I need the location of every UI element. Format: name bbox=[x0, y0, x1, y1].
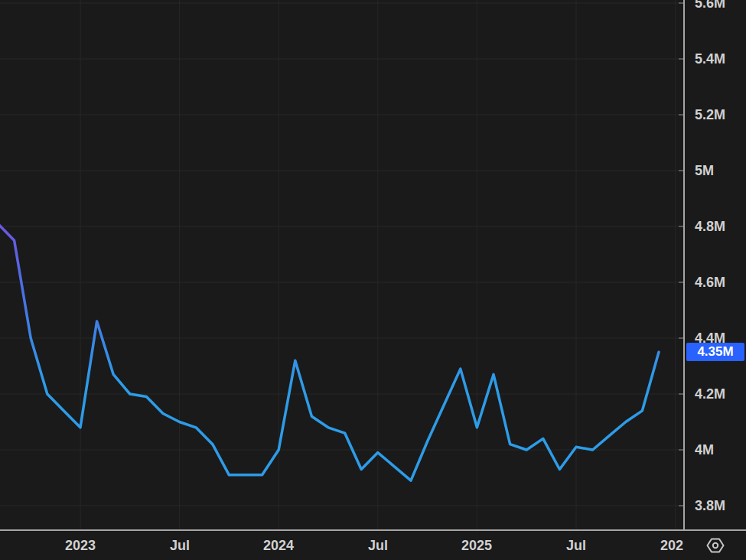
price-axis[interactable]: 5.6M5.4M5.2M5M4.8M4.6M4.4M4.2M4M3.8M4.35… bbox=[683, 0, 746, 560]
last-price-label: 4.35M bbox=[686, 343, 744, 361]
y-axis-label: 4.2M bbox=[695, 386, 725, 402]
price-chart-canvas[interactable] bbox=[0, 0, 683, 529]
x-axis-label: Jul bbox=[149, 537, 210, 554]
y-axis-label: 4M bbox=[695, 441, 714, 458]
x-axis-label: 2023 bbox=[50, 537, 111, 554]
chart-window: 5.6M5.4M5.2M5M4.8M4.6M4.4M4.2M4M3.8M4.35… bbox=[0, 0, 746, 560]
time-axis[interactable]: 2023Jul2024Jul2025Jul2026 bbox=[0, 529, 746, 560]
price-series-line bbox=[0, 223, 659, 480]
y-axis-label: 5M bbox=[695, 162, 714, 179]
x-axis-label: 2024 bbox=[248, 537, 309, 554]
y-axis-label: 5.4M bbox=[695, 50, 725, 67]
y-axis-label: 5.6M bbox=[695, 0, 725, 11]
y-axis-label: 4.8M bbox=[695, 218, 725, 235]
h-gridlines bbox=[0, 3, 683, 506]
x-axis-label: 2026 bbox=[645, 537, 683, 554]
price-line-chart bbox=[0, 0, 683, 529]
x-axis-label: 2025 bbox=[446, 537, 507, 554]
axis-corner bbox=[685, 531, 746, 560]
time-axis-labels: 2023Jul2024Jul2025Jul2026 bbox=[0, 531, 683, 560]
x-axis-label: Jul bbox=[347, 537, 409, 554]
x-axis-label: Jul bbox=[546, 537, 607, 554]
axis-settings-icon[interactable] bbox=[705, 535, 726, 556]
y-axis-label: 5.2M bbox=[695, 106, 725, 123]
y-axis-label: 4.6M bbox=[695, 274, 725, 291]
y-axis-label: 3.8M bbox=[695, 497, 725, 514]
